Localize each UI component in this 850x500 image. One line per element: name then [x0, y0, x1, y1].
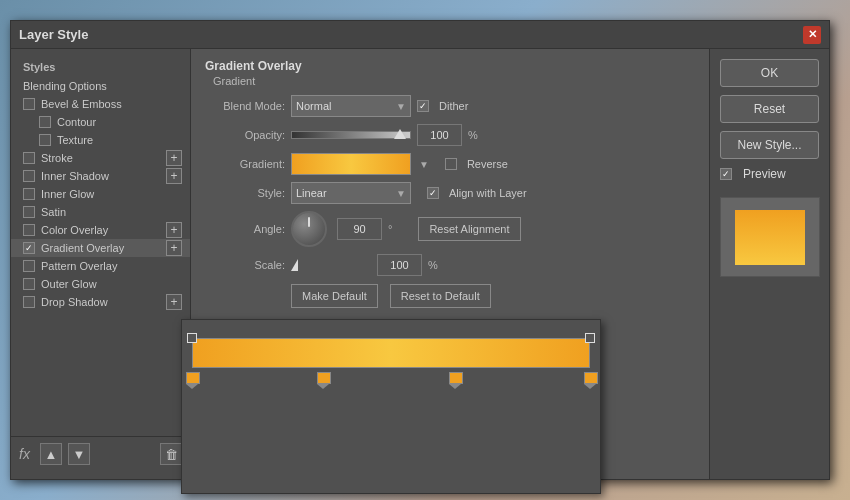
sidebar-item-pattern-overlay[interactable]: Pattern Overlay [11, 257, 190, 275]
outer-glow-checkbox[interactable] [23, 278, 35, 290]
gradient-label: Gradient: [205, 158, 285, 170]
gradient-overlay-checkbox[interactable] [23, 242, 35, 254]
section-subtitle: Gradient [213, 75, 695, 87]
drop-shadow-plus-button[interactable]: + [166, 294, 182, 310]
bevel-emboss-label: Bevel & Emboss [41, 98, 122, 110]
inner-shadow-label: Inner Shadow [41, 170, 109, 182]
section-title: Gradient Overlay [205, 59, 695, 73]
sidebar-item-inner-glow[interactable]: Inner Glow [11, 185, 190, 203]
pattern-overlay-checkbox[interactable] [23, 260, 35, 272]
action-buttons-row: Make Default Reset to Default [205, 284, 695, 308]
dial-indicator [308, 217, 310, 227]
style-value: Linear [296, 187, 327, 199]
scale-unit: % [428, 259, 438, 271]
color-overlay-plus-button[interactable]: + [166, 222, 182, 238]
up-button[interactable]: ▲ [40, 443, 62, 465]
make-default-button[interactable]: Make Default [291, 284, 378, 308]
angle-row: Angle: 90 ° Reset Alignment [205, 211, 695, 247]
drop-shadow-checkbox[interactable] [23, 296, 35, 308]
sidebar-item-contour[interactable]: Contour [11, 113, 190, 131]
dither-checkbox[interactable] [417, 100, 429, 112]
sidebar-item-inner-shadow[interactable]: Inner Shadow + [11, 167, 190, 185]
gradient-editor [181, 319, 601, 494]
angle-input[interactable]: 90 [337, 218, 382, 240]
inner-glow-checkbox[interactable] [23, 188, 35, 200]
bevel-emboss-checkbox[interactable] [23, 98, 35, 110]
opacity-slider[interactable] [291, 131, 411, 139]
gradient-stop-2[interactable] [449, 372, 461, 386]
preview-row: Preview [720, 167, 819, 181]
texture-label: Texture [57, 134, 93, 146]
opacity-input[interactable]: 100 [417, 124, 462, 146]
new-style-button[interactable]: New Style... [720, 131, 819, 159]
preview-checkbox[interactable] [720, 168, 732, 180]
sidebar-item-texture[interactable]: Texture [11, 131, 190, 149]
blend-mode-label: Blend Mode: [205, 100, 285, 112]
sidebar-item-stroke[interactable]: Stroke + [11, 149, 190, 167]
blend-mode-row: Blend Mode: Normal ▼ Dither [205, 95, 695, 117]
satin-checkbox[interactable] [23, 206, 35, 218]
scale-slider-handle[interactable] [291, 259, 298, 271]
stroke-plus-button[interactable]: + [166, 150, 182, 166]
align-layer-label: Align with Layer [449, 187, 527, 199]
sidebar-item-gradient-overlay[interactable]: Gradient Overlay + [11, 239, 190, 257]
color-overlay-checkbox[interactable] [23, 224, 35, 236]
gradient-stop-3[interactable] [584, 372, 596, 386]
stroke-label: Stroke [41, 152, 73, 164]
scale-slider-container [291, 258, 371, 272]
pattern-overlay-label: Pattern Overlay [41, 260, 117, 272]
delete-button[interactable]: 🗑 [160, 443, 182, 465]
down-button[interactable]: ▼ [68, 443, 90, 465]
sidebar-item-blending-options[interactable]: Blending Options [11, 77, 190, 95]
gradient-stop-0[interactable] [186, 372, 198, 386]
reverse-label: Reverse [467, 158, 508, 170]
sidebar-item-drop-shadow[interactable]: Drop Shadow + [11, 293, 190, 311]
align-layer-row: Align with Layer [427, 187, 527, 199]
texture-checkbox[interactable] [39, 134, 51, 146]
right-panel: OK Reset New Style... Preview [709, 49, 829, 479]
reset-default-button[interactable]: Reset to Default [390, 284, 491, 308]
gradient-overlay-plus-button[interactable]: + [166, 240, 182, 256]
contour-checkbox[interactable] [39, 116, 51, 128]
blend-mode-arrow-icon: ▼ [396, 101, 406, 112]
reverse-checkbox[interactable] [445, 158, 457, 170]
gradient-editor-bar[interactable] [192, 338, 590, 368]
gradient-row: Gradient: ▼ Reverse [205, 153, 695, 175]
sidebar-item-outer-glow[interactable]: Outer Glow [11, 275, 190, 293]
gradient-picker[interactable] [291, 153, 411, 175]
style-select[interactable]: Linear ▼ [291, 182, 411, 204]
scale-input[interactable]: 100 [377, 254, 422, 276]
gradient-stop-1[interactable] [317, 372, 329, 386]
sidebar-item-bevel-emboss[interactable]: Bevel & Emboss [11, 95, 190, 113]
preview-area [720, 197, 820, 277]
trash-icon: 🗑 [165, 447, 178, 462]
drop-shadow-label: Drop Shadow [41, 296, 108, 308]
scale-label: Scale: [205, 259, 285, 271]
opacity-thumb [394, 129, 406, 139]
gradient-overlay-label: Gradient Overlay [41, 242, 124, 254]
opacity-unit: % [468, 129, 478, 141]
layer-style-dialog: Layer Style ✕ Styles Blending Options Be… [10, 20, 830, 480]
stroke-checkbox[interactable] [23, 152, 35, 164]
sidebar-item-color-overlay[interactable]: Color Overlay + [11, 221, 190, 239]
inner-shadow-plus-button[interactable]: + [166, 168, 182, 184]
preview-label: Preview [743, 167, 786, 181]
reset-button[interactable]: Reset [720, 95, 819, 123]
gradient-corner-tr[interactable] [585, 333, 595, 343]
blend-mode-select[interactable]: Normal ▼ [291, 95, 411, 117]
ok-button[interactable]: OK [720, 59, 819, 87]
sidebar-item-satin[interactable]: Satin [11, 203, 190, 221]
dither-row: Dither [417, 100, 468, 112]
angle-unit: ° [388, 223, 392, 235]
dialog-title: Layer Style [19, 27, 88, 42]
align-layer-checkbox[interactable] [427, 187, 439, 199]
style-arrow-icon: ▼ [396, 188, 406, 199]
gradient-corner-tl[interactable] [187, 333, 197, 343]
left-panel-toolbar: fx ▲ ▼ 🗑 [11, 436, 190, 471]
reset-alignment-button[interactable]: Reset Alignment [418, 217, 520, 241]
gradient-arrow-icon[interactable]: ▼ [419, 159, 429, 170]
inner-shadow-checkbox[interactable] [23, 170, 35, 182]
close-button[interactable]: ✕ [803, 26, 821, 44]
color-overlay-label: Color Overlay [41, 224, 108, 236]
angle-dial[interactable] [291, 211, 327, 247]
